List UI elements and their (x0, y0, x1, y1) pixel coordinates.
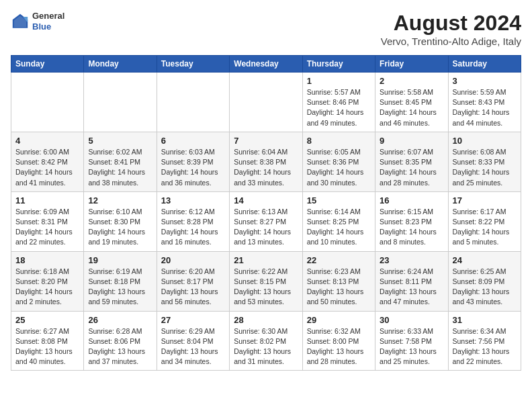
calendar-cell: 29Sunrise: 6:32 AMSunset: 8:00 PMDayligh… (302, 311, 375, 371)
week-row-3: 18Sunrise: 6:18 AMSunset: 8:20 PMDayligh… (11, 251, 521, 311)
day-info: Sunrise: 6:18 AMSunset: 8:20 PMDaylight:… (15, 267, 79, 308)
weekday-header-thursday: Thursday (302, 56, 375, 73)
week-row-0: 1Sunrise: 5:57 AMSunset: 8:46 PMDaylight… (11, 73, 521, 132)
day-number: 30 (380, 315, 443, 325)
logo-blue: Blue (32, 21, 64, 32)
calendar-cell (84, 73, 157, 132)
calendar-cell: 24Sunrise: 6:25 AMSunset: 8:09 PMDayligh… (448, 251, 521, 311)
day-number: 27 (161, 315, 225, 325)
calendar-cell: 11Sunrise: 6:09 AMSunset: 8:31 PMDayligh… (11, 191, 84, 251)
day-number: 1 (307, 76, 371, 86)
weekday-header-monday: Monday (84, 56, 157, 73)
calendar-cell: 27Sunrise: 6:29 AMSunset: 8:04 PMDayligh… (157, 311, 229, 371)
calendar-header: SundayMondayTuesdayWednesdayThursdayFrid… (11, 56, 521, 73)
day-number: 21 (234, 255, 298, 265)
calendar-cell: 14Sunrise: 6:13 AMSunset: 8:27 PMDayligh… (230, 191, 302, 251)
calendar-cell: 3Sunrise: 5:59 AMSunset: 8:43 PMDaylight… (448, 73, 521, 132)
calendar-cell: 19Sunrise: 6:19 AMSunset: 8:18 PMDayligh… (84, 251, 157, 311)
day-number: 23 (380, 255, 443, 265)
calendar-table: SundayMondayTuesdayWednesdayThursdayFrid… (11, 55, 521, 371)
day-info: Sunrise: 6:28 AMSunset: 8:06 PMDaylight:… (88, 326, 152, 367)
day-number: 17 (453, 195, 517, 205)
logo-icon (11, 12, 30, 31)
calendar-cell: 20Sunrise: 6:20 AMSunset: 8:17 PMDayligh… (157, 251, 229, 311)
calendar-cell: 1Sunrise: 5:57 AMSunset: 8:46 PMDaylight… (302, 73, 375, 132)
day-info: Sunrise: 6:14 AMSunset: 8:25 PMDaylight:… (307, 207, 371, 248)
day-number: 7 (234, 136, 298, 146)
day-number: 3 (453, 76, 517, 86)
day-number: 15 (307, 195, 371, 205)
weekday-header-tuesday: Tuesday (157, 56, 229, 73)
day-number: 5 (88, 136, 152, 146)
day-number: 28 (234, 315, 298, 325)
logo-general: General (32, 11, 64, 21)
weekday-header-saturday: Saturday (448, 56, 521, 73)
calendar-cell (11, 73, 84, 132)
logo: General Blue (11, 11, 64, 32)
calendar-cell: 25Sunrise: 6:27 AMSunset: 8:08 PMDayligh… (11, 311, 84, 371)
week-row-1: 4Sunrise: 6:00 AMSunset: 8:42 PMDaylight… (11, 132, 521, 191)
day-info: Sunrise: 6:04 AMSunset: 8:38 PMDaylight:… (234, 147, 298, 188)
day-info: Sunrise: 6:33 AMSunset: 7:58 PMDaylight:… (380, 326, 443, 367)
day-info: Sunrise: 6:25 AMSunset: 8:09 PMDaylight:… (453, 267, 517, 308)
day-info: Sunrise: 5:58 AMSunset: 8:45 PMDaylight:… (380, 87, 443, 128)
week-row-4: 25Sunrise: 6:27 AMSunset: 8:08 PMDayligh… (11, 311, 521, 371)
calendar-cell (230, 73, 302, 132)
calendar-cell: 26Sunrise: 6:28 AMSunset: 8:06 PMDayligh… (84, 311, 157, 371)
calendar-cell: 5Sunrise: 6:02 AMSunset: 8:41 PMDaylight… (84, 132, 157, 191)
day-info: Sunrise: 6:34 AMSunset: 7:56 PMDaylight:… (453, 326, 517, 367)
day-number: 25 (15, 315, 79, 325)
day-info: Sunrise: 6:22 AMSunset: 8:15 PMDaylight:… (234, 267, 298, 308)
calendar-cell: 16Sunrise: 6:15 AMSunset: 8:23 PMDayligh… (375, 191, 448, 251)
day-info: Sunrise: 6:03 AMSunset: 8:39 PMDaylight:… (161, 147, 225, 188)
page-subtitle: Vervo, Trentino-Alto Adige, Italy (381, 36, 521, 47)
day-number: 24 (453, 255, 517, 265)
day-number: 16 (380, 195, 443, 205)
week-row-2: 11Sunrise: 6:09 AMSunset: 8:31 PMDayligh… (11, 191, 521, 251)
day-info: Sunrise: 5:57 AMSunset: 8:46 PMDaylight:… (307, 87, 371, 128)
day-number: 11 (15, 195, 79, 205)
day-number: 4 (15, 136, 79, 146)
day-number: 10 (453, 136, 517, 146)
day-info: Sunrise: 6:15 AMSunset: 8:23 PMDaylight:… (380, 207, 443, 248)
day-number: 13 (161, 195, 225, 205)
day-info: Sunrise: 6:13 AMSunset: 8:27 PMDaylight:… (234, 207, 298, 248)
day-number: 8 (307, 136, 371, 146)
weekday-row: SundayMondayTuesdayWednesdayThursdayFrid… (11, 56, 521, 73)
day-number: 2 (380, 76, 443, 86)
day-number: 31 (453, 315, 517, 325)
day-number: 14 (234, 195, 298, 205)
calendar-cell: 28Sunrise: 6:30 AMSunset: 8:02 PMDayligh… (230, 311, 302, 371)
day-info: Sunrise: 5:59 AMSunset: 8:43 PMDaylight:… (453, 87, 517, 128)
page-title: August 2024 (381, 11, 521, 36)
calendar-cell: 12Sunrise: 6:10 AMSunset: 8:30 PMDayligh… (84, 191, 157, 251)
day-info: Sunrise: 6:02 AMSunset: 8:41 PMDaylight:… (88, 147, 152, 188)
day-info: Sunrise: 6:29 AMSunset: 8:04 PMDaylight:… (161, 326, 225, 367)
day-info: Sunrise: 6:09 AMSunset: 8:31 PMDaylight:… (15, 207, 79, 248)
calendar-cell: 4Sunrise: 6:00 AMSunset: 8:42 PMDaylight… (11, 132, 84, 191)
day-info: Sunrise: 6:20 AMSunset: 8:17 PMDaylight:… (161, 267, 225, 308)
day-number: 12 (88, 195, 152, 205)
day-info: Sunrise: 6:23 AMSunset: 8:13 PMDaylight:… (307, 267, 371, 308)
day-number: 29 (307, 315, 371, 325)
calendar-cell: 21Sunrise: 6:22 AMSunset: 8:15 PMDayligh… (230, 251, 302, 311)
calendar-cell (157, 73, 229, 132)
calendar-cell: 13Sunrise: 6:12 AMSunset: 8:28 PMDayligh… (157, 191, 229, 251)
calendar-body: 1Sunrise: 5:57 AMSunset: 8:46 PMDaylight… (11, 73, 521, 371)
day-info: Sunrise: 6:08 AMSunset: 8:33 PMDaylight:… (453, 147, 517, 188)
weekday-header-sunday: Sunday (11, 56, 84, 73)
calendar-cell: 22Sunrise: 6:23 AMSunset: 8:13 PMDayligh… (302, 251, 375, 311)
weekday-header-friday: Friday (375, 56, 448, 73)
day-number: 26 (88, 315, 152, 325)
day-number: 18 (15, 255, 79, 265)
page-header: General Blue August 2024 Vervo, Trentino… (11, 11, 521, 47)
day-info: Sunrise: 6:00 AMSunset: 8:42 PMDaylight:… (15, 147, 79, 188)
day-info: Sunrise: 6:07 AMSunset: 8:35 PMDaylight:… (380, 147, 443, 188)
day-number: 19 (88, 255, 152, 265)
calendar-cell: 9Sunrise: 6:07 AMSunset: 8:35 PMDaylight… (375, 132, 448, 191)
calendar-cell: 2Sunrise: 5:58 AMSunset: 8:45 PMDaylight… (375, 73, 448, 132)
day-info: Sunrise: 6:10 AMSunset: 8:30 PMDaylight:… (88, 207, 152, 248)
day-info: Sunrise: 6:05 AMSunset: 8:36 PMDaylight:… (307, 147, 371, 188)
calendar-cell: 30Sunrise: 6:33 AMSunset: 7:58 PMDayligh… (375, 311, 448, 371)
calendar-cell: 23Sunrise: 6:24 AMSunset: 8:11 PMDayligh… (375, 251, 448, 311)
